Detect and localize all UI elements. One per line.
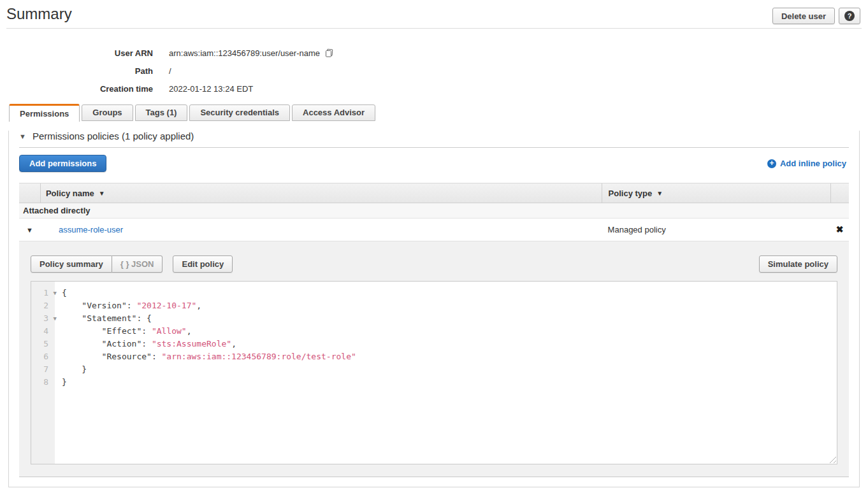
tab-bar: Permissions Groups Tags (1) Security cre… [9, 104, 859, 121]
add-inline-policy-link[interactable]: + Add inline policy [767, 159, 846, 168]
simulate-policy-button[interactable]: Simulate policy [759, 255, 837, 273]
code-line: "Resource": "arn:aws:iam::123456789:role… [62, 350, 356, 363]
help-button[interactable]: ? [839, 8, 860, 24]
attached-directly-group-row: Attached directly [19, 203, 849, 219]
action-header-cell [830, 183, 849, 203]
user-arn-row: User ARN arn:aws:iam::123456789:user/use… [0, 44, 868, 62]
table-header-row: Policy name ▼ Policy type ▼ [19, 183, 849, 203]
gutter-line-number: 2 [31, 299, 55, 312]
policy-detail-area: Policy summary { } JSON Edit policy Simu… [19, 241, 849, 477]
sort-arrow-icon: ▼ [656, 190, 663, 197]
path-row: Path / [0, 62, 868, 80]
creation-time-row: Creation time 2022-01-12 13:24 EDT [0, 80, 868, 97]
path-label: Path [0, 66, 153, 76]
code-line: "Action": "sts:AssumeRole", [62, 338, 356, 350]
tab-groups[interactable]: Groups [82, 104, 133, 121]
policy-detail-buttons: Policy summary { } JSON Edit policy Simu… [31, 255, 837, 273]
policy-action-cell: ✖ [830, 225, 849, 234]
creation-time-value: 2022-01-12 13:24 EDT [169, 84, 253, 94]
policy-type-cell: Managed policy [602, 225, 830, 234]
question-mark-icon: ? [844, 11, 855, 21]
code-line: } [62, 376, 356, 389]
remove-policy-icon[interactable]: ✖ [836, 224, 844, 234]
title-divider [6, 28, 862, 29]
edit-policy-button[interactable]: Edit policy [173, 255, 233, 273]
gutter-line-number: 8 [31, 376, 55, 389]
user-arn-label: User ARN [0, 48, 153, 58]
user-arn-value: arn:aws:iam::123456789:user/user-name [169, 48, 334, 58]
user-info-section: User ARN arn:aws:iam::123456789:user/use… [0, 44, 868, 97]
creation-time-label: Creation time [0, 84, 153, 94]
tab-access-advisor[interactable]: Access Advisor [292, 104, 375, 121]
gutter-line-number: 1▼ [31, 287, 55, 299]
header-actions: Delete user ? [772, 8, 860, 24]
page-title: Summary [6, 4, 72, 23]
path-value: / [169, 66, 171, 76]
code-line: "Version": "2012-10-17", [62, 299, 356, 312]
policy-table: Policy name ▼ Policy type ▼ Attached dir… [19, 183, 849, 477]
code-line: "Statement": { [62, 312, 356, 325]
plus-circle-icon: + [767, 159, 776, 168]
code-line: } [62, 363, 356, 376]
collapse-arrow-icon: ▼ [19, 133, 26, 140]
policy-view-toggle: Policy summary { } JSON [31, 255, 163, 273]
tab-security-credentials[interactable]: Security credentials [189, 104, 290, 121]
sort-arrow-icon: ▼ [99, 190, 105, 197]
policy-actions-row: Add permissions + Add inline policy [19, 155, 849, 172]
policy-name-header[interactable]: Policy name ▼ [40, 183, 602, 203]
copy-icon[interactable] [324, 48, 334, 58]
editor-resize-handle[interactable] [828, 455, 836, 463]
policy-table-row: ▼ assume-role-user Managed policy ✖ [19, 219, 849, 241]
fold-arrow-icon[interactable]: ▼ [54, 312, 57, 325]
policy-json-editor[interactable]: 1▼23▼45678 { "Version": "2012-10-17", "S… [31, 281, 837, 464]
policy-summary-button[interactable]: Policy summary [31, 255, 112, 273]
gutter-line-number: 5 [31, 338, 55, 350]
delete-user-button[interactable]: Delete user [772, 8, 835, 24]
add-permissions-button[interactable]: Add permissions [19, 155, 106, 172]
code-line: { [62, 287, 356, 299]
code-line: "Effect": "Allow", [62, 325, 356, 338]
permissions-policies-section-header[interactable]: ▼ Permissions policies (1 policy applied… [19, 131, 849, 141]
tab-permissions[interactable]: Permissions [9, 104, 80, 122]
expander-header-cell [19, 183, 40, 203]
policy-name-link[interactable]: assume-role-user [59, 225, 123, 234]
row-expander-arrow-icon[interactable]: ▼ [19, 226, 40, 234]
editor-gutter: 1▼23▼45678 [31, 282, 55, 464]
editor-code: { "Version": "2012-10-17", "Statement": … [55, 282, 356, 464]
gutter-line-number: 6 [31, 350, 55, 363]
tab-tags[interactable]: Tags (1) [135, 104, 188, 121]
policy-name-cell: assume-role-user [40, 225, 602, 234]
section-title: Permissions policies (1 policy applied) [33, 131, 194, 141]
json-view-button[interactable]: { } JSON [112, 255, 163, 273]
permissions-tab-panel: ▼ Permissions policies (1 policy applied… [8, 131, 860, 487]
policy-type-header[interactable]: Policy type ▼ [602, 183, 830, 203]
fold-arrow-icon[interactable]: ▼ [54, 287, 57, 299]
gutter-line-number: 4 [31, 325, 55, 338]
header: Summary Delete user ? [0, 0, 868, 24]
gutter-line-number: 3▼ [31, 312, 55, 325]
section-divider [19, 147, 849, 148]
gutter-line-number: 7 [31, 363, 55, 376]
